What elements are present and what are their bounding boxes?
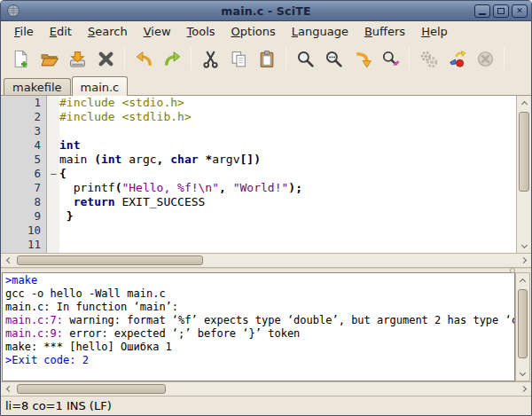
menu-edit[interactable]: Edit	[42, 22, 80, 41]
undo-button[interactable]	[131, 46, 156, 71]
code-line[interactable]: 1#include <stdio.h>	[1, 96, 516, 110]
code-line[interactable]: 8 return EXIT_SUCCESS	[1, 195, 516, 209]
output-hscroll-thumb[interactable]	[17, 384, 166, 394]
code-lines[interactable]: 1#include <stdio.h>2#include <stdlib.h>3…	[1, 96, 516, 253]
output-horizontal-scrollbar[interactable]	[1, 381, 531, 396]
output-vertical-scrollbar[interactable]	[515, 272, 530, 381]
menu-help[interactable]: Help	[413, 22, 456, 41]
code-text[interactable]: return EXIT_SUCCESS	[59, 195, 516, 209]
tab-main-c[interactable]: main.c	[72, 76, 129, 96]
code-line[interactable]: 5main (int argc, char *argv[])	[1, 153, 516, 167]
output-line[interactable]: main.c:9: error: expected ‘;’ before ‘}’…	[5, 327, 514, 341]
code-text[interactable]	[59, 224, 516, 238]
code-line[interactable]: 2#include <stdlib.h>	[1, 110, 516, 124]
line-number[interactable]: 7	[1, 181, 47, 195]
code-line[interactable]: 6−{	[1, 167, 516, 181]
close-button[interactable]: ✕	[512, 4, 528, 18]
close-file-button[interactable]	[93, 46, 118, 71]
line-number[interactable]: 9	[1, 209, 47, 224]
code-text[interactable]: #include <stdio.h>	[59, 96, 516, 110]
menu-view[interactable]: View	[136, 22, 179, 41]
redo-button[interactable]	[160, 46, 184, 71]
find-in-files-button[interactable]	[321, 46, 346, 71]
code-line[interactable]: 7 printf("Hello, %f!\n", "World!");	[1, 181, 516, 195]
output-line[interactable]: main.c: In function ‘main’:	[5, 301, 514, 314]
line-number[interactable]: 11	[1, 238, 47, 252]
find-button[interactable]	[293, 46, 317, 71]
minimize-button[interactable]	[474, 4, 490, 18]
new-file-button[interactable]	[8, 46, 33, 71]
build-button[interactable]	[444, 46, 469, 71]
menu-tools[interactable]: Tools	[179, 22, 223, 41]
menu-file[interactable]: File	[6, 22, 42, 41]
scroll-down-arrow[interactable]	[515, 366, 529, 381]
editor-vertical-scrollbar[interactable]	[516, 96, 531, 253]
code-text[interactable]	[59, 238, 516, 252]
cut-button[interactable]	[198, 46, 223, 71]
code-text[interactable]: }	[59, 209, 516, 224]
open-file-button[interactable]	[36, 46, 61, 71]
fold-margin[interactable]	[47, 209, 59, 224]
menu-options[interactable]: Options	[223, 22, 284, 41]
output-line[interactable]: >make	[5, 274, 514, 287]
toolbar-separator	[124, 47, 125, 70]
pane-splitter[interactable]	[1, 268, 531, 272]
scroll-up-arrow[interactable]	[515, 273, 529, 287]
editor-vscroll-thumb[interactable]	[519, 112, 529, 192]
code-line[interactable]: 11	[1, 238, 516, 252]
scroll-up-arrow[interactable]	[517, 96, 531, 110]
maximize-button[interactable]	[493, 4, 509, 18]
fold-collapse-icon[interactable]: −	[47, 167, 59, 181]
fold-margin[interactable]	[47, 138, 59, 153]
menu-search[interactable]: Search	[80, 22, 136, 41]
line-number[interactable]: 1	[1, 96, 47, 110]
fold-margin[interactable]	[47, 110, 59, 124]
code-text[interactable]: #include <stdlib.h>	[59, 110, 516, 124]
line-number[interactable]: 4	[1, 138, 47, 153]
tab-makefile[interactable]: makefile	[4, 78, 71, 95]
scroll-left-arrow[interactable]	[1, 381, 15, 396]
scroll-right-arrow[interactable]	[517, 381, 531, 396]
code-text[interactable]: {	[59, 167, 516, 181]
output-lines[interactable]: >makegcc -o hello -Wall main.cmain.c: In…	[2, 272, 515, 381]
line-number[interactable]: 5	[1, 153, 47, 167]
line-number[interactable]: 10	[1, 224, 47, 238]
fold-margin[interactable]	[47, 96, 59, 110]
scroll-right-arrow[interactable]	[517, 253, 531, 267]
menu-buffers[interactable]: Buffers	[356, 22, 413, 41]
line-number[interactable]: 3	[1, 124, 47, 138]
code-text[interactable]: main (int argc, char *argv[])	[59, 153, 516, 167]
fold-margin[interactable]	[47, 224, 59, 238]
fold-margin[interactable]	[47, 238, 59, 252]
line-number[interactable]: 8	[1, 195, 47, 209]
code-text[interactable]	[59, 124, 516, 138]
replace-button[interactable]	[378, 46, 403, 71]
copy-button[interactable]	[226, 46, 251, 71]
output-line[interactable]: main.c:7: warning: format ‘%f’ expects t…	[5, 314, 514, 327]
titlebar[interactable]: main.c - SciTE ✕	[1, 1, 531, 21]
paste-button[interactable]	[254, 46, 279, 71]
fold-margin[interactable]	[47, 195, 59, 209]
scroll-down-arrow[interactable]	[517, 239, 531, 253]
editor-hscroll-thumb[interactable]	[17, 255, 203, 265]
scroll-left-arrow[interactable]	[1, 253, 15, 267]
fold-margin[interactable]	[47, 124, 59, 138]
code-text[interactable]: printf("Hello, %f!\n", "World!");	[59, 181, 516, 195]
fold-margin[interactable]	[47, 153, 59, 167]
code-line[interactable]: 10	[1, 224, 516, 238]
menu-language[interactable]: Language	[284, 22, 356, 41]
fold-margin[interactable]	[47, 181, 59, 195]
output-vscroll-thumb[interactable]	[518, 289, 528, 358]
output-line[interactable]: >Exit code: 2	[5, 354, 514, 367]
code-line[interactable]: 3	[1, 124, 516, 138]
find-next-button[interactable]	[349, 46, 374, 71]
save-file-button[interactable]	[65, 46, 90, 71]
code-line[interactable]: 9 }	[1, 209, 516, 224]
code-line[interactable]: 4int	[1, 138, 516, 153]
editor-horizontal-scrollbar[interactable]	[1, 253, 531, 268]
line-number[interactable]: 6	[1, 167, 47, 181]
output-line[interactable]: gcc -o hello -Wall main.c	[5, 287, 514, 301]
code-text[interactable]: int	[59, 138, 516, 153]
output-line[interactable]: make: *** [hello] Ошибка 1	[5, 341, 514, 354]
line-number[interactable]: 2	[1, 110, 47, 124]
